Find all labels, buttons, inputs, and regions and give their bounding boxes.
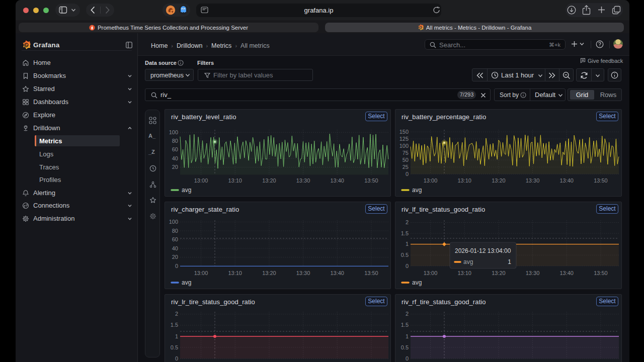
svg-text:0: 0 (175, 263, 178, 269)
svg-text:150: 150 (399, 129, 409, 135)
svg-text:13:50: 13:50 (364, 270, 378, 276)
svg-text:avg: avg (182, 279, 191, 286)
svg-text:2026-01-12 13:04:00: 2026-01-12 13:04:00 (455, 247, 511, 254)
svg-text:0.5: 0.5 (401, 344, 409, 350)
svg-text:13:00: 13:00 (424, 270, 438, 276)
svg-text:13:10: 13:10 (457, 177, 471, 184)
svg-text:2: 2 (406, 219, 409, 225)
svg-text:2: 2 (175, 311, 178, 317)
svg-text:2: 2 (406, 311, 409, 317)
svg-text:100: 100 (169, 129, 178, 135)
svg-text:13:20: 13:20 (492, 270, 506, 276)
svg-text:13:50: 13:50 (594, 270, 608, 276)
svg-text:0: 0 (406, 263, 409, 269)
svg-text:50: 50 (403, 157, 409, 163)
svg-text:13:00: 13:00 (194, 177, 208, 184)
svg-text:40: 40 (172, 245, 178, 251)
svg-text:avg: avg (412, 187, 422, 194)
svg-text:25: 25 (403, 164, 409, 170)
svg-text:13:50: 13:50 (364, 177, 378, 184)
svg-text:100: 100 (169, 219, 178, 225)
svg-text:1.5: 1.5 (171, 322, 178, 328)
svg-text:0: 0 (406, 171, 409, 177)
svg-text:1: 1 (175, 333, 178, 339)
svg-text:60: 60 (172, 146, 178, 152)
svg-text:13:30: 13:30 (526, 270, 540, 276)
svg-text:13:30: 13:30 (296, 177, 310, 184)
svg-text:13:10: 13:10 (228, 270, 242, 276)
svg-text:13:50: 13:50 (594, 177, 608, 184)
svg-text:13:30: 13:30 (526, 177, 540, 184)
svg-text:13:00: 13:00 (194, 270, 208, 276)
svg-text:0: 0 (406, 355, 409, 361)
svg-text:13:10: 13:10 (457, 270, 471, 276)
svg-text:13:20: 13:20 (262, 270, 276, 276)
svg-text:20: 20 (172, 164, 178, 170)
svg-text:1: 1 (406, 241, 409, 247)
svg-text:13:20: 13:20 (492, 177, 506, 184)
svg-text:75: 75 (403, 150, 409, 156)
svg-text:0.5: 0.5 (401, 252, 409, 258)
svg-text:13:30: 13:30 (296, 270, 310, 276)
svg-text:0.5: 0.5 (171, 344, 178, 350)
svg-text:80: 80 (172, 138, 178, 144)
svg-text:0: 0 (175, 355, 178, 361)
svg-text:13:40: 13:40 (330, 177, 344, 184)
svg-text:100: 100 (399, 143, 409, 149)
svg-text:1.5: 1.5 (401, 322, 409, 328)
svg-text:13:10: 13:10 (228, 177, 242, 184)
svg-text:13:00: 13:00 (424, 177, 438, 184)
svg-text:13:40: 13:40 (330, 270, 344, 276)
svg-text:60: 60 (172, 236, 178, 242)
svg-text:80: 80 (172, 228, 178, 234)
svg-text:1.5: 1.5 (401, 230, 409, 236)
svg-text:avg: avg (182, 187, 191, 194)
svg-text:13:40: 13:40 (559, 177, 574, 184)
svg-text:125: 125 (399, 136, 409, 142)
svg-text:13:20: 13:20 (262, 177, 276, 184)
svg-text:1: 1 (508, 258, 511, 265)
svg-text:1: 1 (406, 333, 409, 339)
svg-text:13:40: 13:40 (559, 270, 574, 276)
svg-text:avg: avg (412, 279, 422, 286)
svg-text:20: 20 (172, 254, 178, 260)
svg-text:40: 40 (172, 155, 178, 161)
svg-text:avg: avg (463, 258, 473, 265)
